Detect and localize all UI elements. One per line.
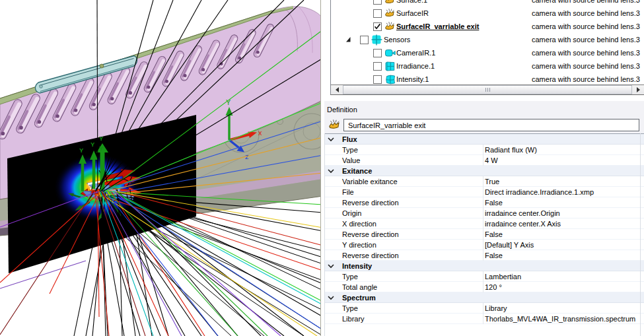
svg-text:Y: Y xyxy=(99,135,104,142)
svg-text:Y: Y xyxy=(226,98,231,106)
svg-text:Y: Y xyxy=(99,145,104,152)
svg-text:Y: Y xyxy=(90,141,95,148)
svg-text:Y: Y xyxy=(79,147,84,154)
svg-text:x: x xyxy=(258,129,262,137)
